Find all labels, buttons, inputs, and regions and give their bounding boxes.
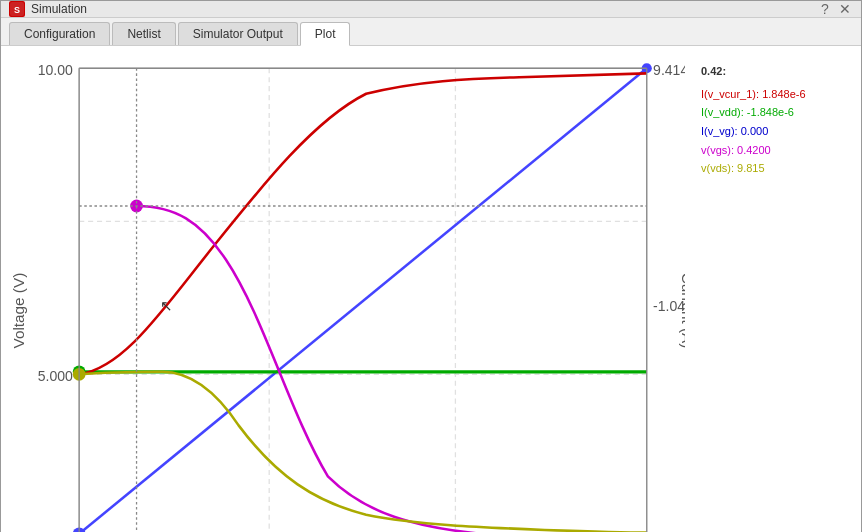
chart-svg: 10.00 5.000 0.000 9.414e-5 -1.046e-5 -1.… [9, 54, 685, 532]
legend-panel: 0.42: I(v_vcur_1): 1.848e-6 I(v_vdd): -1… [693, 54, 853, 532]
svg-text:S: S [14, 5, 20, 15]
title-bar: S Simulation ? ✕ [1, 1, 861, 18]
svg-text:Current (A): Current (A) [679, 273, 685, 349]
chart-container: 10.00 5.000 0.000 9.414e-5 -1.046e-5 -1.… [9, 54, 685, 532]
tab-plot[interactable]: Plot [300, 22, 351, 46]
main-window: S Simulation ? ✕ Configuration Netlist S… [0, 0, 862, 532]
legend-item-0: I(v_vcur_1): 1.848e-6 [701, 85, 845, 104]
tab-netlist[interactable]: Netlist [112, 22, 175, 45]
tab-configuration[interactable]: Configuration [9, 22, 110, 45]
legend-item-1: I(v_vdd): -1.848e-6 [701, 103, 845, 122]
legend-item-2: I(v_vg): 0.000 [701, 122, 845, 141]
svg-text:9.414e-5: 9.414e-5 [653, 62, 685, 78]
main-content: 10.00 5.000 0.000 9.414e-5 -1.046e-5 -1.… [1, 46, 861, 532]
close-button[interactable]: ✕ [837, 1, 853, 17]
title-bar-left: S Simulation [9, 1, 87, 17]
tabs-bar: Configuration Netlist Simulator Output P… [1, 18, 861, 46]
legend-item-4: v(vds): 9.815 [701, 159, 845, 178]
svg-text:10.00: 10.00 [38, 62, 73, 78]
svg-text:5.000: 5.000 [38, 368, 73, 384]
legend-header: 0.42: [701, 62, 845, 81]
help-button[interactable]: ? [817, 1, 833, 17]
window-controls: ? ✕ [817, 1, 853, 17]
svg-text:Voltage (V): Voltage (V) [10, 273, 27, 349]
svg-text:↖: ↖ [160, 297, 173, 314]
legend-item-3: v(vgs): 0.4200 [701, 141, 845, 160]
app-icon: S [9, 1, 25, 17]
tab-simulator-output[interactable]: Simulator Output [178, 22, 298, 45]
plot-area: 10.00 5.000 0.000 9.414e-5 -1.046e-5 -1.… [9, 54, 853, 532]
window-title: Simulation [31, 2, 87, 16]
